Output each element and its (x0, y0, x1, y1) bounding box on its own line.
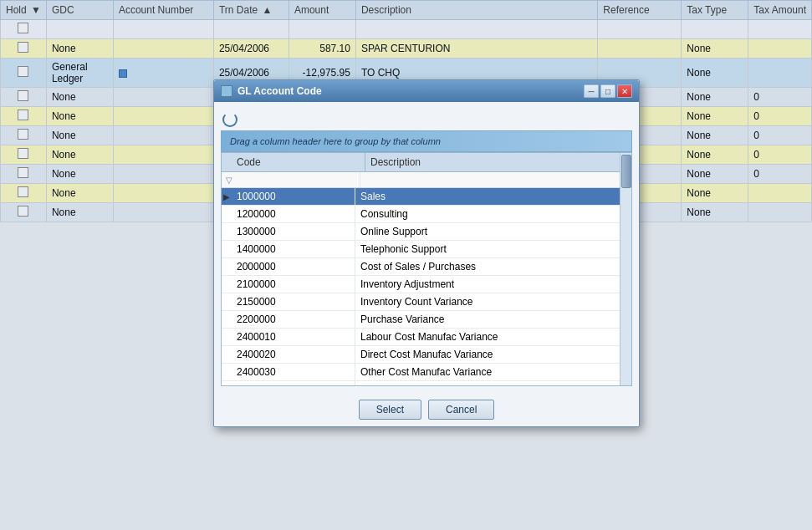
filter-row: ▽ (222, 172, 631, 188)
gl-account-dialog: GL Account Code ─ □ ✕ Drag a column head… (213, 79, 640, 222)
account-description: Sales (355, 188, 631, 205)
filter-icon: ▽ (222, 172, 237, 187)
account-code: 1200000 (232, 206, 355, 222)
dialog-title-left: GL Account Code (221, 85, 322, 97)
account-list-container[interactable]: Code Description ▽ ▶1000000Sales1200000C… (221, 152, 632, 222)
account-code: 1000000 (232, 188, 355, 205)
account-list-rows: ▶1000000Sales1200000Consulting1300000Onl… (222, 188, 631, 222)
refresh-icon[interactable] (222, 112, 237, 127)
close-button[interactable]: ✕ (617, 84, 632, 98)
account-row[interactable]: ▶1000000Sales (222, 188, 631, 206)
scrollbar-track[interactable] (620, 153, 631, 222)
dialog-controls: ─ □ ✕ (584, 84, 632, 98)
scrollbar-thumb[interactable] (621, 155, 631, 188)
account-row[interactable]: 1200000Consulting (222, 206, 631, 222)
dialog-icon (221, 85, 232, 97)
dialog-body: Drag a column header here to group by th… (214, 102, 639, 222)
account-list-header: Code Description (222, 153, 631, 172)
minimize-button[interactable]: ─ (584, 84, 599, 98)
groupby-header: Drag a column header here to group by th… (221, 130, 632, 152)
row-indicator (222, 206, 232, 222)
refresh-bar (221, 109, 632, 130)
maximize-button[interactable]: □ (600, 84, 615, 98)
dialog-title: GL Account Code (237, 85, 322, 97)
col-header-description: Description (365, 153, 620, 171)
dialog-titlebar: GL Account Code ─ □ ✕ (214, 80, 639, 102)
account-description: Consulting (355, 206, 631, 222)
col-header-code: Code (232, 153, 365, 171)
row-indicator: ▶ (222, 188, 232, 205)
